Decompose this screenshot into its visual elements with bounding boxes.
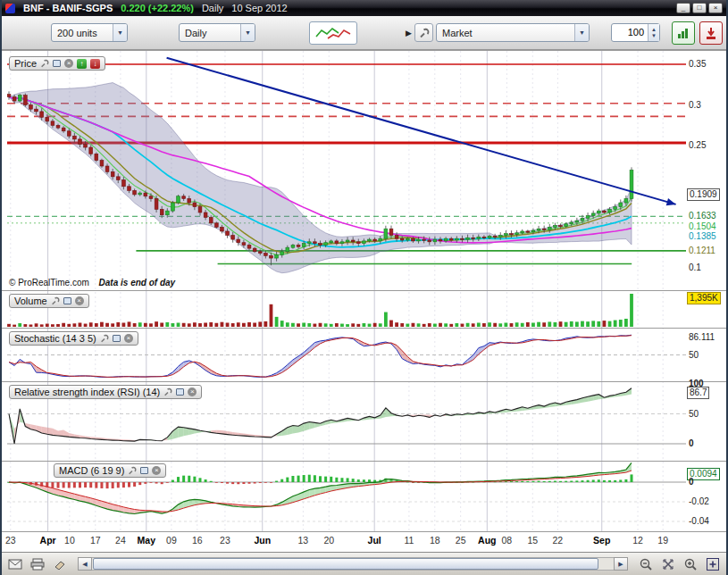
statusbar: ◀ ▶: [2, 552, 726, 575]
scrollbar-track[interactable]: [92, 557, 614, 571]
wrench-icon: [419, 28, 430, 38]
zoom-in-icon[interactable]: [682, 557, 699, 571]
toolbar: 200 units ▼ Daily ▼ ▶ Market ▼ 100: [2, 16, 726, 50]
timeframe-dropdown[interactable]: Daily ▼: [179, 23, 255, 42]
close-icon[interactable]: ×: [124, 334, 133, 343]
window-title-symbol: BNF - BANIF-SGPS: [23, 3, 113, 13]
x-axis-tick: Sep: [590, 535, 615, 546]
price-axis-tick: 0.1633: [689, 211, 716, 221]
price-axis: 0.350.30.250.16330.15040.13850.12110.10.…: [688, 0, 728, 552]
settings-wrench-button[interactable]: [414, 23, 433, 42]
copyright-text: © ProRealTime.com: [9, 278, 89, 288]
chevron-down-icon: ▼: [240, 24, 255, 41]
maximize-button[interactable]: □: [692, 3, 707, 13]
rsi-panel-label: Relative strength index (RSI) (14): [14, 387, 160, 397]
detach-window-icon[interactable]: [63, 297, 71, 304]
horizontal-scrollbar[interactable]: ◀ ▶: [78, 557, 628, 571]
close-window-button[interactable]: ×: [708, 3, 723, 13]
copyright-note: © ProRealTime.com Data is end of day: [9, 278, 175, 288]
price-panel-label: Price: [14, 58, 37, 69]
wrench-icon[interactable]: [100, 334, 109, 343]
scroll-right-button[interactable]: ▶: [614, 557, 628, 571]
spinner-up-icon[interactable]: ▲: [649, 27, 659, 33]
expand-arrow-icon[interactable]: ▶: [406, 29, 412, 38]
macd-axis-tick: -0.02: [689, 496, 709, 507]
bars-up-icon: [676, 26, 690, 40]
x-axis-tick: 15: [520, 535, 545, 546]
x-axis-tick: Jun: [250, 535, 275, 546]
stochastic-axis-tick: 50: [689, 350, 699, 361]
wrench-icon[interactable]: [128, 466, 137, 475]
last-price-marker: 0.1909: [687, 188, 720, 201]
detach-window-icon[interactable]: [140, 467, 148, 474]
macd-axis-tick: 0: [689, 477, 694, 488]
spinner-down-icon[interactable]: ▼: [649, 33, 659, 39]
market-dropdown[interactable]: Market ▼: [436, 23, 590, 42]
application-window: BNF - BANIF-SGPS 0.220 (+22.22%) Daily 1…: [0, 0, 728, 575]
arrow-down-icon: [704, 26, 718, 40]
scroll-left-button[interactable]: ◀: [78, 557, 92, 571]
print-icon[interactable]: [29, 557, 46, 571]
pan-arrows-icon[interactable]: [660, 557, 676, 571]
detach-window-icon[interactable]: [113, 335, 121, 342]
email-icon[interactable]: [7, 557, 23, 571]
x-axis-tick: 10: [57, 535, 82, 546]
wrench-icon[interactable]: [51, 296, 60, 305]
minimize-button[interactable]: _: [676, 3, 690, 13]
rsi-axis-tick: 50: [689, 409, 699, 420]
window-title-quote: 0.220 (+22.22%): [121, 3, 194, 13]
x-axis-tick: 22: [545, 535, 570, 546]
volume-bars: [7, 294, 633, 327]
wrench-icon[interactable]: [40, 59, 49, 68]
detach-window-icon[interactable]: [176, 388, 184, 396]
price-axis-tick: 0.1385: [689, 231, 716, 242]
eraser-icon[interactable]: [52, 557, 68, 571]
price-axis-tick: 0.1211: [689, 246, 715, 256]
close-icon[interactable]: ×: [152, 466, 161, 475]
scrollbar-thumb[interactable]: [93, 558, 598, 570]
x-axis-tick: 25: [448, 535, 473, 546]
x-axis-tick: 16: [185, 535, 210, 546]
zoom-out-icon[interactable]: [638, 557, 654, 571]
zoom-box-icon[interactable]: [705, 557, 721, 571]
market-dropdown-value: Market: [442, 28, 569, 38]
stochastic-axis-tick: 86.111: [689, 332, 715, 343]
green-chart-button[interactable]: [672, 21, 695, 45]
window-buttons: _ □ ×: [676, 3, 723, 13]
close-icon[interactable]: ×: [188, 388, 197, 396]
price-axis-tick: 0.35: [689, 59, 706, 70]
x-axis-tick: 13: [290, 535, 315, 546]
price-axis-tick: 0.1: [689, 262, 701, 273]
units-dropdown-value: 200 units: [57, 28, 107, 38]
price-up-icon[interactable]: ↑: [77, 59, 87, 69]
x-axis-tick: May: [134, 535, 159, 546]
spinner-arrows: ▲ ▼: [648, 24, 659, 41]
quantity-spinner[interactable]: 100 ▲ ▼: [611, 23, 660, 42]
volume-panel-header: Volume ×: [9, 294, 89, 308]
x-axis-tick: 18: [423, 535, 448, 546]
price-panel-header: Price × ↑ ↓: [9, 56, 105, 71]
units-dropdown[interactable]: 200 units ▼: [51, 23, 128, 42]
macd-panel-label: MACD (6 19 9): [59, 465, 124, 476]
price-axis-tick: 0.3: [689, 100, 701, 111]
timeframe-dropdown-value: Daily: [185, 28, 235, 38]
price-axis-tick: 0.25: [689, 140, 706, 151]
chevron-down-icon: ▼: [574, 24, 589, 41]
x-axis-tick: 20: [316, 535, 341, 546]
volume-panel-label: Volume: [14, 296, 47, 306]
x-axis: 23Apr101724May091623Jun1320Jul111825Aug0…: [2, 535, 688, 549]
app-icon: [5, 4, 15, 13]
rsi-panel-header: Relative strength index (RSI) (14) ×: [9, 385, 202, 399]
red-export-button[interactable]: [699, 21, 723, 45]
rsi-axis-tick: 86.7: [687, 387, 709, 399]
x-axis-tick: 19: [650, 535, 675, 546]
price-panel-canvas: [7, 58, 686, 273]
detach-window-icon[interactable]: [53, 60, 61, 67]
wrench-icon[interactable]: [163, 388, 172, 396]
window-titlebar: BNF - BANIF-SGPS 0.220 (+22.22%) Daily 1…: [2, 0, 726, 16]
chart-type-button[interactable]: [309, 21, 357, 45]
price-down-icon[interactable]: ↓: [90, 59, 100, 69]
close-icon[interactable]: ×: [75, 296, 84, 305]
stochastic-panel-label: Stochastic (14 3 5): [14, 333, 96, 344]
close-icon[interactable]: ×: [64, 59, 73, 68]
